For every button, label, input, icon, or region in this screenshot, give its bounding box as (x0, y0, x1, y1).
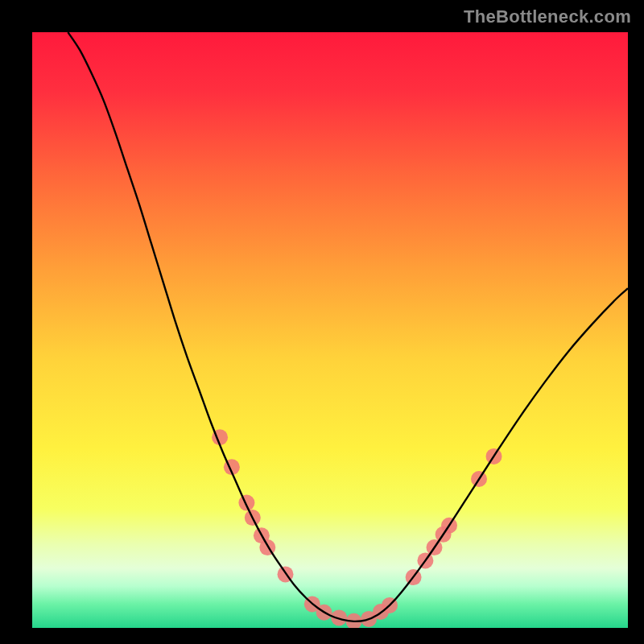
curve-layer (32, 32, 628, 628)
watermark-text: TheBottleneck.com (464, 6, 631, 27)
highlight-dot (238, 495, 254, 511)
bottleneck-curve (68, 32, 628, 621)
plot-area (32, 32, 628, 628)
chart-frame: TheBottleneck.com (0, 0, 644, 644)
